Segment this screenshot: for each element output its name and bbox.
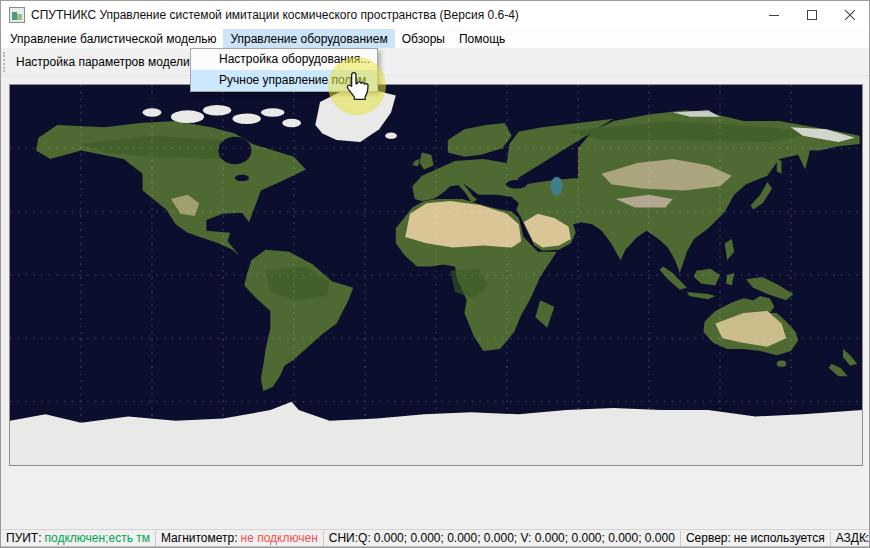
status-server: Сервер: не используется (681, 531, 831, 546)
maximize-button[interactable] (793, 1, 831, 29)
status-magnetometer-value: не подключен (241, 531, 318, 545)
maximize-icon (807, 10, 817, 20)
status-puit-value: подключен;есть тм (45, 531, 150, 545)
status-server-value: не используется (734, 531, 825, 545)
menu-overviews[interactable]: Обзоры (395, 29, 452, 48)
world-map[interactable] (9, 84, 863, 466)
menu-item-equipment-setup[interactable]: Настройка оборудования... (191, 49, 377, 70)
menu-equipment-control[interactable]: Управление оборудованием (223, 29, 394, 48)
window-title: СПУТНИКС Управление системой имитации ко… (31, 8, 755, 22)
minimize-button[interactable] (755, 1, 793, 29)
resize-grip[interactable] (859, 536, 867, 544)
model-params-button[interactable]: Настройка параметров модели (8, 55, 200, 69)
status-magnetometer: Магнитометр: не подключен (156, 531, 324, 546)
equipment-dropdown-menu: Настройка оборудования... Ручное управле… (190, 48, 378, 92)
menu-item-manual-field-control[interactable]: Ручное управление полем (191, 70, 377, 91)
status-puit-label: ПУИТ: (6, 531, 42, 545)
menubar: Управление балистической моделью Управле… (1, 29, 869, 48)
status-server-label: Сервер: (686, 531, 731, 545)
minimize-icon (769, 10, 779, 20)
menu-help[interactable]: Помощь (452, 29, 512, 48)
app-icon (9, 7, 25, 23)
close-icon (845, 10, 855, 20)
menu-ballistic-model[interactable]: Управление балистической моделью (3, 29, 223, 48)
status-puit: ПУИТ: подключен;есть тм (1, 531, 156, 546)
status-sni-value: 0.000; 0.000; 0.000; 0.000; V: 0.000; 0.… (374, 531, 675, 545)
toolbar: Настройка параметров модели (1, 48, 869, 76)
status-sni-label: СНИ:Q: (329, 531, 371, 545)
close-button[interactable] (831, 1, 869, 29)
status-sni: СНИ:Q: 0.000; 0.000; 0.000; 0.000; V: 0.… (324, 531, 681, 546)
statusbar: ПУИТ: подключен;есть тм Магнитометр: не … (1, 529, 869, 546)
status-magnetometer-label: Магнитометр: (161, 531, 238, 545)
app-window: СПУТНИКС Управление системой имитации ко… (0, 0, 870, 548)
titlebar: СПУТНИКС Управление системой имитации ко… (1, 1, 869, 29)
